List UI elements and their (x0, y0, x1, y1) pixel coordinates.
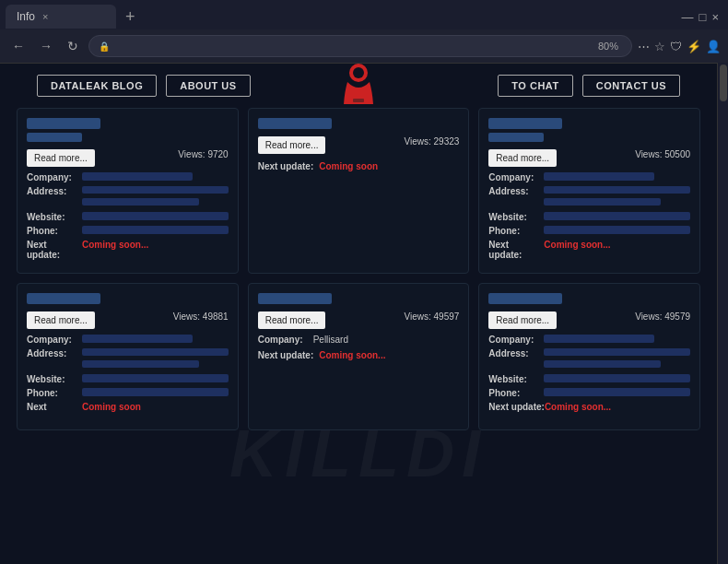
cards-grid: Read more... Views: 9720 Company: Addres… (0, 108, 717, 440)
card-1: Read more... Views: 9720 Company: Addres… (17, 108, 239, 274)
tab-bar: Info × + — □ × (0, 0, 728, 29)
bookmark-icon[interactable]: ☆ (654, 40, 665, 53)
nav-bar: ← → ↻ 🔒 80% ⋯ ☆ 🛡 ⚡ 👤 (0, 29, 728, 63)
card-6-views: Views: 49579 (635, 311, 690, 322)
card-3-address-value (544, 186, 690, 208)
card-6-phone-row: Phone: (488, 388, 690, 398)
new-tab-button[interactable]: + (120, 7, 141, 27)
browser-chrome: Info × + — □ × ← → ↻ 🔒 80% ⋯ ☆ 🛡 ⚡ 👤 (0, 0, 728, 64)
card-4-header: Read more... Views: 49881 (27, 311, 229, 329)
card-3-company-row: Company: (488, 172, 690, 182)
card-1-read-more[interactable]: Read more... (27, 149, 95, 167)
logo-icon (340, 64, 377, 108)
card-4-views: Views: 49881 (173, 311, 229, 322)
card-5-next-update-label: Next update: (258, 350, 314, 360)
card-4-address-label: Address: (27, 348, 82, 370)
contact-us-button[interactable]: CONTACT US (582, 75, 680, 97)
card-6-read-more[interactable]: Read more... (488, 311, 557, 329)
card-6-address-label: Address: (488, 348, 544, 370)
more-options-icon[interactable]: ⋯ (638, 40, 650, 53)
lightning-icon[interactable]: ⚡ (687, 40, 701, 53)
profile-icon[interactable]: 👤 (706, 40, 721, 53)
card-6: Read more... Views: 49579 Company: Addre… (478, 283, 700, 430)
card-3-subtitle-blur (488, 133, 544, 142)
card-6-address-row: Address: (488, 348, 690, 370)
card-1-company-row: Company: (27, 172, 229, 182)
window-minimize-button[interactable]: — (682, 10, 694, 24)
card-5-company-label: Company: (258, 335, 313, 345)
card-4-address-value (82, 348, 229, 370)
card-6-phone-label: Phone: (488, 388, 544, 398)
window-close-button[interactable]: × (711, 10, 719, 24)
card-6-company-row: Company: (488, 335, 690, 345)
card-3-read-more[interactable]: Read more... (488, 149, 557, 167)
card-4-read-more[interactable]: Read more... (27, 311, 95, 329)
card-2-next-update-label: Next update: (258, 161, 314, 171)
card-4-company-label: Company: (27, 335, 82, 345)
card-1-next-update-row: Nextupdate: Coming soon... (27, 240, 229, 260)
tab-title: Info (17, 10, 35, 23)
scrollbar[interactable] (717, 63, 728, 564)
tab-close-button[interactable]: × (42, 11, 48, 22)
page-content: KILLDI DATALEAK BLOG ABOUT US TO CHAT CO… (0, 64, 717, 564)
card-6-title-blur (488, 293, 562, 304)
back-button[interactable]: ← (7, 37, 29, 55)
svg-point-1 (353, 67, 364, 78)
card-3-next-update-row: Nextupdate: Coming soon... (488, 240, 690, 260)
card-4-next-update-row: Next Coming soon (27, 402, 229, 412)
card-3-address-label: Address: (488, 186, 544, 208)
scrollbar-thumb[interactable] (720, 65, 727, 101)
card-1-phone-value (82, 226, 229, 234)
card-3-company-label: Company: (488, 172, 544, 182)
lock-icon: 🔒 (99, 41, 110, 52)
card-4-website-label: Website: (27, 374, 82, 384)
card-2-read-more[interactable]: Read more... (258, 136, 326, 154)
card-6-phone-value (544, 388, 690, 396)
card-4-coming-soon: Coming soon (82, 402, 141, 412)
forward-button[interactable]: → (35, 37, 57, 55)
card-3: Read more... Views: 50500 Company: Addre… (478, 108, 700, 274)
window-maximize-button[interactable]: □ (699, 10, 707, 24)
card-3-website-label: Website: (488, 212, 544, 222)
card-4-address-row: Address: (27, 348, 229, 370)
site-header: DATALEAK BLOG ABOUT US TO CHAT CONTACT U… (0, 64, 717, 108)
card-1-company-value (82, 172, 193, 181)
card-3-website-value (544, 212, 690, 220)
address-bar[interactable]: 🔒 80% (88, 35, 632, 57)
card-2-views: Views: 29323 (404, 136, 459, 147)
card-3-phone-row: Phone: (488, 226, 690, 236)
card-5-next-update-row: Next update: Coming soon... (258, 350, 460, 360)
shield-icon[interactable]: 🛡 (670, 40, 682, 53)
card-3-website-row: Website: (488, 212, 690, 222)
card-2: Read more... Views: 29323 Next update: C… (248, 108, 470, 274)
card-3-title-blur (488, 118, 562, 129)
card-4: Read more... Views: 49881 Company: Addre… (17, 283, 239, 430)
card-5-header: Read more... Views: 49597 (258, 311, 460, 329)
card-4-company-value (82, 335, 193, 343)
about-us-button[interactable]: ABOUT US (166, 75, 250, 97)
card-3-phone-label: Phone: (488, 226, 544, 236)
reload-button[interactable]: ↻ (63, 37, 83, 55)
card-4-title-blur (27, 293, 100, 304)
card-6-company-label: Company: (488, 335, 544, 345)
card-5-title-blur (258, 293, 332, 304)
dataleak-blog-button[interactable]: DATALEAK BLOG (37, 75, 157, 97)
active-tab[interactable]: Info × (6, 5, 116, 29)
card-5-read-more[interactable]: Read more... (258, 311, 326, 329)
svg-rect-2 (353, 99, 364, 102)
card-3-company-value (544, 172, 654, 181)
card-3-address-row: Address: (488, 186, 690, 208)
card-3-phone-value (544, 226, 690, 234)
zoom-badge: 80% (598, 41, 618, 52)
card-1-coming-soon: Coming soon... (82, 240, 148, 260)
card-6-next-update-label: Next update: (488, 402, 545, 412)
card-3-views: Views: 50500 (635, 149, 690, 159)
site-logo (340, 64, 377, 108)
card-6-address-value (544, 348, 690, 370)
card-2-next-update-row: Next update: Coming soon (258, 161, 460, 171)
to-chat-button[interactable]: TO CHAT (498, 75, 572, 97)
card-1-address-label: Address: (27, 186, 82, 208)
card-1-website-value (82, 212, 229, 220)
card-1-company-label: Company: (27, 172, 82, 182)
card-1-address-row: Address: (27, 186, 229, 208)
